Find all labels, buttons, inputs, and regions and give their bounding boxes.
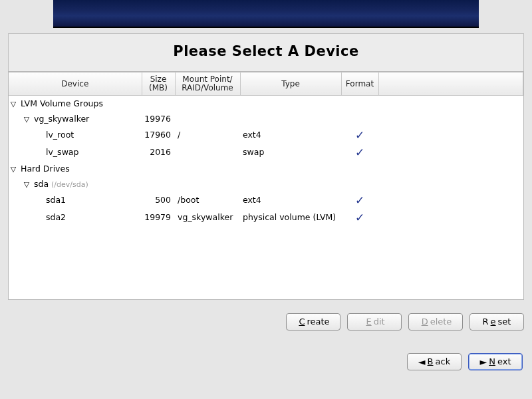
part-type: physical volume (LVM) bbox=[240, 209, 341, 226]
group-label: LVM Volume Groups bbox=[21, 98, 103, 108]
reset-button[interactable]: Reset bbox=[469, 313, 524, 331]
part-name: sda1 bbox=[9, 192, 142, 209]
chevron-down-icon[interactable]: ▽ bbox=[10, 100, 17, 108]
chevron-down-icon[interactable]: ▽ bbox=[23, 180, 30, 189]
lv-name: lv_swap bbox=[9, 144, 142, 161]
chevron-down-icon[interactable]: ▽ bbox=[10, 165, 17, 174]
tree-group-lvm[interactable]: ▽ LVM Volume Groups bbox=[9, 96, 523, 111]
part-size: 19979 bbox=[142, 209, 175, 226]
lv-type: swap bbox=[240, 144, 341, 161]
vg-name: vg_skywalker bbox=[34, 114, 89, 124]
delete-button[interactable]: Delete bbox=[408, 313, 463, 331]
group-label: Hard Drives bbox=[21, 164, 70, 174]
chevron-down-icon[interactable]: ▽ bbox=[23, 115, 30, 124]
table-row[interactable]: lv_root 17960 / ext4 ✓ bbox=[9, 126, 523, 144]
part-mount: /boot bbox=[175, 192, 240, 209]
header-banner bbox=[53, 0, 479, 28]
col-spacer bbox=[378, 72, 523, 96]
check-icon: ✓ bbox=[355, 194, 364, 207]
action-button-row: Create Edit Delete Reset bbox=[0, 307, 532, 333]
disk-path: (/dev/sda) bbox=[51, 180, 88, 189]
disk-name: sda bbox=[34, 179, 49, 189]
lv-size: 2016 bbox=[142, 144, 175, 161]
arrow-left-icon: ◄ bbox=[418, 357, 426, 366]
lv-mount bbox=[175, 144, 240, 161]
page-title: Please Select A Device bbox=[9, 43, 523, 59]
lv-mount: / bbox=[175, 126, 240, 144]
lv-name: lv_root bbox=[9, 126, 142, 144]
vg-size: 19976 bbox=[142, 111, 175, 126]
col-type[interactable]: Type bbox=[240, 72, 341, 96]
lv-type: ext4 bbox=[240, 126, 341, 144]
back-button[interactable]: ◄Back bbox=[407, 353, 462, 370]
device-table[interactable]: Device Size (MB) Mount Point/ RAID/Volum… bbox=[8, 71, 524, 300]
create-button[interactable]: Create bbox=[286, 313, 340, 331]
col-size[interactable]: Size (MB) bbox=[142, 72, 175, 96]
lv-size: 17960 bbox=[142, 126, 175, 144]
col-device[interactable]: Device bbox=[9, 72, 142, 96]
part-name: sda2 bbox=[9, 209, 142, 226]
edit-button[interactable]: Edit bbox=[347, 313, 402, 331]
check-icon: ✓ bbox=[355, 211, 364, 224]
part-mount: vg_skywalker bbox=[175, 209, 240, 226]
part-size: 500 bbox=[142, 192, 175, 209]
table-row[interactable]: sda1 500 /boot ext4 ✓ bbox=[9, 192, 523, 209]
part-type: ext4 bbox=[240, 192, 341, 209]
nav-button-row: ◄Back ►Next bbox=[0, 333, 532, 377]
tree-node-disk[interactable]: ▽ sda (/dev/sda) bbox=[9, 176, 523, 192]
arrow-right-icon: ► bbox=[479, 357, 487, 366]
next-button[interactable]: ►Next bbox=[468, 353, 523, 370]
tree-group-hd[interactable]: ▽ Hard Drives bbox=[9, 161, 523, 176]
col-mount[interactable]: Mount Point/ RAID/Volume bbox=[175, 72, 240, 96]
check-icon: ✓ bbox=[355, 128, 364, 142]
table-row[interactable]: sda2 19979 vg_skywalker physical volume … bbox=[9, 209, 523, 226]
col-format[interactable]: Format bbox=[341, 72, 378, 96]
empty-space bbox=[9, 226, 523, 299]
tree-node-vg[interactable]: ▽ vg_skywalker 19976 bbox=[9, 111, 523, 126]
check-icon: ✓ bbox=[355, 146, 364, 159]
device-frame: Please Select A Device Device Size (MB) … bbox=[8, 33, 524, 300]
table-row[interactable]: lv_swap 2016 swap ✓ bbox=[9, 144, 523, 161]
